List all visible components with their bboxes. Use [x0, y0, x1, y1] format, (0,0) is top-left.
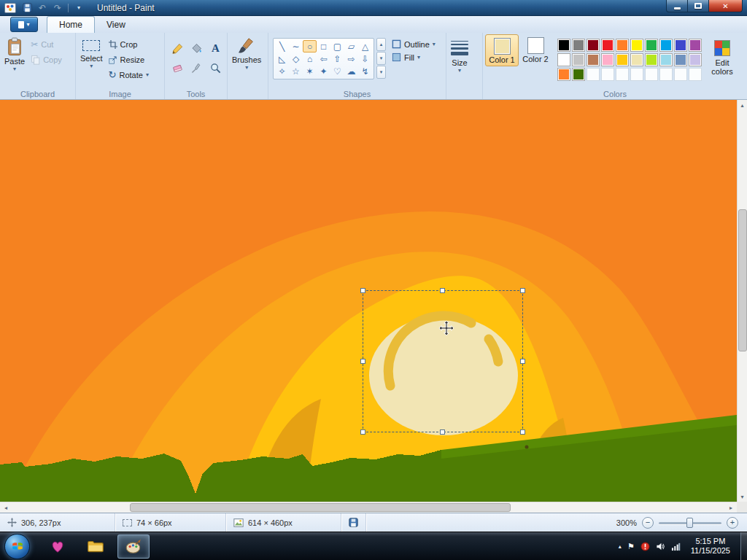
- six-point-star-shape-button[interactable]: ✶: [303, 65, 317, 77]
- palette-swatch[interactable]: [557, 68, 570, 81]
- selection-handle-n[interactable]: [440, 288, 445, 293]
- brushes-button[interactable]: Brushes ▾: [230, 34, 263, 72]
- vertical-scrollbar[interactable]: ▴ ▾: [737, 100, 747, 502]
- zoom-slider-thumb[interactable]: [686, 518, 693, 528]
- undo-button[interactable]: ↶: [36, 2, 49, 14]
- copy-button[interactable]: Copy: [27, 52, 66, 67]
- palette-swatch[interactable]: [630, 53, 643, 66]
- color-picker-tool-button[interactable]: [187, 58, 206, 77]
- taskbar-clock[interactable]: 5:15 PM 11/15/2025: [691, 537, 730, 556]
- palette-swatch[interactable]: [616, 68, 629, 81]
- palette-swatch[interactable]: [616, 39, 629, 52]
- palette-swatch[interactable]: [601, 68, 614, 81]
- zoom-in-button[interactable]: +: [727, 517, 738, 529]
- rectangle-shape-button[interactable]: □: [317, 40, 330, 52]
- taskbar-explorer-button[interactable]: [80, 534, 112, 559]
- palette-swatch[interactable]: [645, 68, 658, 81]
- selection-handle-ne[interactable]: [520, 288, 525, 293]
- palette-swatch[interactable]: [645, 53, 658, 66]
- down-arrow-shape-button[interactable]: ⇩: [358, 52, 372, 65]
- pentagon-shape-button[interactable]: ⌂: [303, 52, 317, 65]
- action-center-flag-icon[interactable]: ⚑: [627, 542, 635, 551]
- lightning-shape-button[interactable]: ↯: [358, 65, 372, 77]
- application-menu-button[interactable]: ▾: [10, 17, 38, 32]
- selection-handle-w[interactable]: [360, 359, 365, 364]
- up-arrow-shape-button[interactable]: ⇧: [330, 52, 344, 65]
- oval-shape-button[interactable]: ○: [303, 40, 317, 52]
- palette-swatch[interactable]: [587, 68, 600, 81]
- tray-expand-icon[interactable]: ▴: [619, 543, 622, 550]
- maximize-button[interactable]: [688, 0, 709, 12]
- rounded-rectangle-shape-button[interactable]: ▢: [330, 40, 344, 52]
- line-shape-button[interactable]: ╲: [275, 40, 289, 52]
- palette-swatch[interactable]: [689, 68, 702, 81]
- text-tool-button[interactable]: A: [206, 39, 225, 58]
- palette-swatch[interactable]: [659, 68, 673, 81]
- palette-swatch[interactable]: [659, 53, 673, 66]
- curve-shape-button[interactable]: ∼: [289, 40, 303, 52]
- tab-home[interactable]: Home: [47, 16, 95, 33]
- shapes-scroll-down-button[interactable]: ▾: [376, 52, 386, 65]
- shape-fill-button[interactable]: Fill ▾: [392, 52, 436, 62]
- show-desktop-button[interactable]: [740, 532, 747, 560]
- eraser-tool-button[interactable]: [169, 58, 187, 77]
- magnifier-tool-button[interactable]: [206, 58, 225, 77]
- fill-tool-button[interactable]: [187, 39, 206, 58]
- scroll-up-button[interactable]: ▴: [738, 100, 747, 110]
- shapes-more-button[interactable]: ▾: [376, 66, 386, 79]
- cut-button[interactable]: ✂ Cut: [27, 36, 66, 52]
- palette-swatch[interactable]: [674, 53, 687, 66]
- four-point-star-shape-button[interactable]: ✧: [275, 65, 289, 77]
- taskbar-paint-button[interactable]: [117, 534, 150, 559]
- palette-swatch[interactable]: [557, 53, 570, 66]
- palette-swatch[interactable]: [587, 39, 600, 52]
- minimize-button[interactable]: [666, 0, 688, 12]
- selection-handle-se[interactable]: [520, 429, 525, 435]
- selection-handle-nw[interactable]: [360, 288, 365, 293]
- palette-swatch[interactable]: [630, 68, 643, 81]
- security-alert-icon[interactable]: [640, 542, 650, 551]
- customize-qat-button[interactable]: ▾: [72, 2, 85, 14]
- size-button[interactable]: Size ▾: [449, 34, 471, 75]
- palette-swatch[interactable]: [557, 39, 570, 52]
- palette-swatch[interactable]: [659, 39, 673, 52]
- polygon-shape-button[interactable]: ▱: [344, 40, 358, 52]
- vertical-scroll-thumb[interactable]: [738, 209, 747, 351]
- selection-handle-sw[interactable]: [360, 429, 365, 435]
- save-button[interactable]: [20, 2, 34, 14]
- volume-icon[interactable]: [656, 542, 665, 551]
- left-arrow-shape-button[interactable]: ⇦: [317, 52, 330, 65]
- palette-swatch[interactable]: [674, 68, 687, 81]
- scroll-down-button[interactable]: ▾: [738, 491, 747, 502]
- palette-swatch[interactable]: [645, 39, 658, 52]
- scroll-left-button[interactable]: ◂: [1, 502, 10, 513]
- palette-swatch[interactable]: [572, 68, 585, 81]
- palette-swatch[interactable]: [630, 39, 643, 52]
- palette-swatch[interactable]: [572, 53, 585, 66]
- outline-button[interactable]: Outline ▾: [392, 39, 436, 49]
- selection-handle-e[interactable]: [520, 359, 525, 364]
- select-button[interactable]: Select ▾: [78, 34, 105, 71]
- paint-window-icon[interactable]: [4, 3, 16, 13]
- zoom-slider[interactable]: [659, 516, 721, 529]
- taskbar-pinned-app-button[interactable]: [42, 534, 74, 559]
- palette-swatch[interactable]: [587, 53, 600, 66]
- horizontal-scroll-thumb[interactable]: [130, 503, 511, 512]
- horizontal-scrollbar[interactable]: ◂ ▸: [0, 502, 737, 513]
- palette-swatch[interactable]: [616, 53, 629, 66]
- five-point-star-shape-button[interactable]: ☆: [289, 65, 303, 77]
- close-button[interactable]: ✕: [709, 0, 743, 12]
- paste-button[interactable]: Paste ▾: [2, 34, 27, 74]
- selection-rectangle[interactable]: [363, 290, 523, 432]
- redo-button[interactable]: ↷: [51, 2, 64, 14]
- scroll-right-button[interactable]: ▸: [727, 502, 735, 513]
- palette-swatch[interactable]: [601, 39, 614, 52]
- palette-swatch[interactable]: [572, 39, 585, 52]
- start-button[interactable]: [4, 534, 30, 559]
- color2-button[interactable]: Color 2: [519, 34, 552, 65]
- palette-swatch[interactable]: [601, 53, 614, 66]
- tab-view[interactable]: View: [95, 17, 137, 33]
- color1-button[interactable]: Color 1: [485, 34, 519, 66]
- selection-handle-s[interactable]: [440, 429, 445, 435]
- crop-button[interactable]: Crop: [105, 36, 152, 52]
